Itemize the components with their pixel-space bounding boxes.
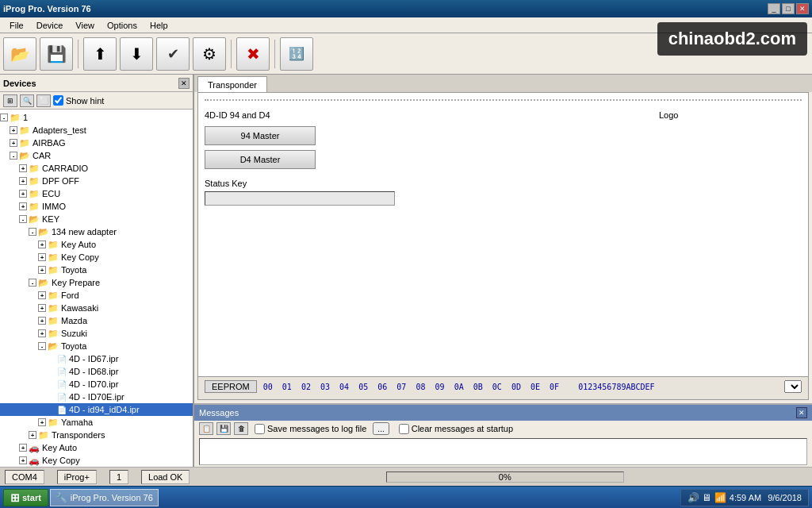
tree-item-airbag[interactable]: +📁 AIRBAG [0,137,193,149]
tree-item-dpfoff[interactable]: +📁 DPF OFF [0,175,193,187]
eeprom-dropdown[interactable] [784,380,802,393]
tree-item-keycopy2[interactable]: +🚗 Key Copy [0,454,193,467]
tree-expand-immo[interactable]: + [19,202,27,210]
panel-tool-3[interactable]: ⬜ [36,94,51,107]
taskbar-app-button[interactable]: 🔧 iProg Pro. Version 76 [50,489,159,506]
show-hint-checkbox[interactable] [53,95,63,106]
tree-expand-yamaha[interactable]: + [38,418,46,426]
tree-item-kawasaki[interactable]: +📁 Kawasaki [0,302,193,314]
tree-item-root1[interactable]: -📁 1 [0,111,193,124]
save-log-checkbox[interactable] [255,424,265,434]
auto-button[interactable]: ⚙ [193,37,226,71]
folder-icon: 📁 [29,164,40,174]
tree-item-adapters[interactable]: +📁 Adapters_test [0,124,193,137]
tab-transponder[interactable]: Transponder [197,76,267,92]
file-icon: 📄 [57,406,67,414]
tree-item-ford[interactable]: +📁 Ford [0,289,193,302]
tree-item-ecu[interactable]: +📁 ECU [0,187,193,200]
tree-label-ford: Ford [61,291,79,300]
tree-expand-mazda[interactable]: + [38,317,46,325]
clear-startup-label[interactable]: Clear messages at startup [399,424,513,434]
tree-item-transponders[interactable]: +📁 Transponders [0,429,193,441]
tree-expand-root1[interactable]: - [0,114,8,121]
tree-expand-transponders[interactable]: + [29,431,36,439]
msg-tool-1[interactable]: 📋 [199,422,213,435]
tree-item-toyota2[interactable]: -📂 Toyota [0,340,193,352]
tree-item-toyota1[interactable]: +📁 Toyota [0,264,193,276]
minimize-button[interactable]: _ [768,3,780,14]
tree-expand-suzuki[interactable]: + [38,329,46,337]
tree-item-mazda[interactable]: +📁 Mazda [0,314,193,327]
tree-expand-dpfoff[interactable]: + [19,177,27,185]
94-master-button[interactable]: 94 Master [205,126,316,145]
verify-button[interactable]: ✔ [156,37,190,71]
menu-help[interactable]: Help [144,19,174,32]
panel-tool-2[interactable]: 🔍 [20,94,34,107]
stop-button[interactable]: ✖ [236,37,270,71]
tree-item-4did94[interactable]: 📄 4D - id94_idD4.ipr [0,403,193,416]
msg-tool-2[interactable]: 💾 [216,422,231,435]
tree-item-4did70[interactable]: 📄 4D - ID70.ipr [0,378,193,391]
window-controls[interactable]: _ □ ✕ [768,3,809,14]
menu-view[interactable]: View [69,19,101,32]
tree-expand-keyauto1[interactable]: + [38,241,46,248]
devices-panel-close[interactable]: ✕ [178,78,190,89]
tree-item-yamaha[interactable]: +📁 Yamaha [0,416,193,429]
messages-content[interactable] [199,438,807,465]
save-log-label[interactable]: Save messages to log file [255,424,366,434]
open-button[interactable]: 📂 [3,37,36,71]
tree-item-keyauto1[interactable]: +📁 Key Auto [0,238,193,251]
tree-label-yamaha: Yamaha [61,418,93,427]
tree-item-car[interactable]: -📂 CAR [0,149,193,162]
messages-close-button[interactable]: ✕ [796,407,807,418]
msg-tool-3[interactable]: 🗑 [234,422,248,435]
download-button[interactable]: ⬇ [120,37,153,71]
tree-expand-keycopy1[interactable]: + [38,253,46,261]
calculator-button[interactable]: 🔢 [280,37,313,71]
eeprom-button[interactable]: EEPROM [205,380,257,393]
close-button[interactable]: ✕ [796,3,809,14]
id-title: 4D-ID 94 and D4 [205,110,643,120]
folder-icon: 📁 [48,418,59,428]
tree-item-4did68[interactable]: 📄 4D - ID68.ipr [0,365,193,378]
tree-item-134new[interactable]: -📂 134 new adapter [0,225,193,238]
tree-expand-keyprepare[interactable]: - [29,279,36,287]
menu-options[interactable]: Options [101,19,144,32]
tree-item-carradio[interactable]: +📁 CARRADIO [0,162,193,175]
tree-item-keyprepare[interactable]: -📂 Key Prepare [0,276,193,289]
tree-item-immo[interactable]: +📁 IMMO [0,200,193,213]
browse-log-button[interactable]: ... [373,422,389,435]
tree-expand-keyauto2[interactable]: + [19,444,27,452]
panel-tool-1[interactable]: ⊞ [3,94,17,107]
upload-button[interactable]: ⬆ [83,37,117,71]
tree-item-key[interactable]: -📂 KEY [0,213,193,225]
tree-expand-ford[interactable]: + [38,291,46,299]
show-hint-label[interactable]: Show hint [53,95,104,106]
clear-startup-checkbox[interactable] [399,424,409,434]
tree-expand-adapters[interactable]: + [10,126,17,134]
menu-file[interactable]: File [3,19,30,32]
tree-label-toyota2: Toyota [61,341,86,351]
tree-item-4did67[interactable]: 📄 4D - ID67.ipr [0,352,193,365]
tree-expand-key[interactable]: - [19,215,27,223]
save-button[interactable]: 💾 [40,37,73,71]
tree-expand-toyota2[interactable]: - [38,342,46,350]
tree-expand-keycopy2[interactable]: + [19,456,27,464]
tree-expand-kawasaki[interactable]: + [38,304,46,312]
tree-expand-car[interactable]: - [10,152,17,160]
start-button[interactable]: ⊞ start [3,489,48,506]
tree-item-keyauto2[interactable]: +🚗 Key Auto [0,441,193,454]
tree-item-keycopy1[interactable]: +📁 Key Copy [0,251,193,264]
d4-master-button[interactable]: D4 Master [205,150,316,169]
tree-item-suzuki[interactable]: +📁 Suzuki [0,327,193,340]
menu-device[interactable]: Device [30,19,70,32]
status-key-label: Status Key [205,179,643,188]
tree-expand-toyota1[interactable]: + [38,266,46,274]
tree-expand-carradio[interactable]: + [19,164,27,172]
tree-item-4did70e[interactable]: 📄 4D - ID70E.ipr [0,391,193,403]
tree-expand-airbag[interactable]: + [10,139,17,147]
maximize-button[interactable]: □ [782,3,795,14]
tree-area[interactable]: -📁 1+📁 Adapters_test+📁 AIRBAG-📂 CAR+📁 CA… [0,110,193,467]
tree-expand-ecu[interactable]: + [19,190,27,198]
tree-expand-134new[interactable]: - [29,228,36,236]
